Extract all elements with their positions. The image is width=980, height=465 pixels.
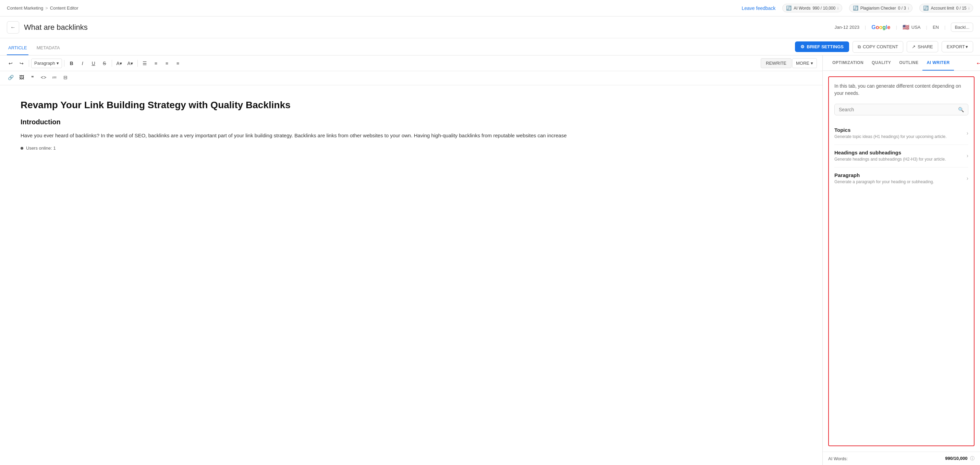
- format-toolbar-row1: ↩ ↪ Paragraph ▾ B I U S A▾ A▾ ☰ ≡ ≡ ≡ RE…: [0, 56, 822, 71]
- tab-outline[interactable]: OUTLINE: [895, 56, 923, 71]
- ai-words-info[interactable]: i: [837, 6, 838, 10]
- article-subheading: Introduction: [21, 118, 802, 126]
- highlight-color-button[interactable]: A▾: [114, 59, 124, 68]
- ai-info-icon[interactable]: ⓘ: [970, 456, 975, 461]
- tab-optimization[interactable]: OPTIMIZATION: [828, 56, 868, 71]
- paragraph-info: Paragraph Generate a paragraph for your …: [834, 172, 967, 185]
- quote-button[interactable]: ❝: [27, 73, 38, 82]
- account-limit-badge: 🔄 Account limit 0 / 15 i: [920, 4, 973, 12]
- editor-pane: ↩ ↪ Paragraph ▾ B I U S A▾ A▾ ☰ ≡ ≡ ≡ RE…: [0, 56, 822, 465]
- tab-article[interactable]: ARTICLE: [7, 38, 29, 55]
- country-meta: 🇺🇸 USA: [902, 24, 921, 30]
- editor-content[interactable]: Revamp Your Link Building Strategy with …: [0, 85, 822, 465]
- chevron-down-icon-more: ▾: [811, 60, 813, 66]
- account-info[interactable]: i: [969, 6, 969, 10]
- breadcrumb: Content Marketing > Content Editor: [7, 5, 78, 11]
- paragraph-style-dropdown[interactable]: Paragraph ▾: [31, 59, 62, 68]
- ai-words-footer: AI Words: 990/10,000 ⓘ: [823, 452, 980, 465]
- top-nav: Content Marketing > Content Editor Leave…: [0, 0, 980, 16]
- plagiarism-value: 0 / 3: [898, 6, 906, 11]
- editor-header-right: Jan-12 2023 | Google | 🇺🇸 USA | EN | Bac…: [835, 22, 973, 32]
- share-icon: ↗: [912, 44, 916, 49]
- chevron-right-icon: ›: [967, 130, 968, 136]
- align-left-button[interactable]: ☰: [140, 59, 150, 68]
- plagiarism-icon: 🔄: [853, 5, 858, 11]
- share-button[interactable]: ↗ SHARE: [907, 41, 938, 52]
- rewrite-button[interactable]: REWRITE: [761, 58, 792, 68]
- topics-title: Topics: [834, 127, 967, 133]
- paragraph-item[interactable]: Paragraph Generate a paragraph for your …: [834, 167, 968, 190]
- topics-description: Generate topic ideas (H1 headings) for y…: [834, 134, 967, 140]
- undo-button[interactable]: ↩: [5, 59, 16, 68]
- tabs-toolbar-row: ARTICLE METADATA ⚙ BRIEF SETTINGS ⧉ COPY…: [0, 38, 980, 56]
- topics-item[interactable]: Topics Generate topic ideas (H1 headings…: [834, 122, 968, 145]
- tab-quality[interactable]: QUALITY: [868, 56, 895, 71]
- numbered-list-button[interactable]: ⊟: [60, 73, 71, 82]
- ai-words-icon: 🔄: [786, 5, 792, 11]
- breadcrumb-home[interactable]: Content Marketing: [7, 5, 43, 11]
- leave-feedback-link[interactable]: Leave feedback: [741, 5, 775, 11]
- ai-words-footer-count: 990/10,000: [945, 456, 967, 461]
- ai-writer-search-input[interactable]: [839, 107, 955, 112]
- document-title: What are backlinks: [24, 23, 88, 32]
- headings-info: Headings and subheadings Generate headin…: [834, 150, 967, 162]
- redo-button[interactable]: ↪: [16, 59, 27, 68]
- justify-button[interactable]: ≡: [173, 59, 183, 68]
- editor-header-left: ← What are backlinks: [7, 21, 88, 33]
- tab-ai-writer[interactable]: AI WRITER: [923, 56, 954, 71]
- bullet-list-button[interactable]: ≔: [49, 73, 60, 82]
- plagiarism-label: Plagiarism Checker: [861, 6, 896, 11]
- tab-metadata[interactable]: METADATA: [35, 38, 61, 55]
- bold-button[interactable]: B: [67, 59, 77, 68]
- ai-words-footer-right: 990/10,000 ⓘ: [945, 455, 975, 462]
- ai-words-badge: 🔄 AI Words 990 / 10,000 i: [782, 4, 842, 12]
- export-button[interactable]: EXPORT ▾: [942, 41, 973, 52]
- toolbar-separator-3: [112, 60, 112, 67]
- headings-title: Headings and subheadings: [834, 150, 967, 156]
- copy-content-button[interactable]: ⧉ COPY CONTENT: [853, 41, 903, 53]
- article-paragraph: Have you ever heard of backlinks? In the…: [21, 132, 802, 140]
- more-button[interactable]: MORE ▾: [792, 58, 817, 68]
- paragraph-description: Generate a paragraph for your heading or…: [834, 179, 967, 185]
- backlinks-button[interactable]: Backl...: [951, 22, 973, 32]
- users-online-indicator: Users online: 1: [21, 146, 802, 151]
- document-date: Jan-12 2023: [835, 25, 859, 30]
- copy-icon: ⧉: [858, 44, 861, 50]
- users-online-label: Users online: 1: [26, 146, 56, 151]
- back-button[interactable]: ←: [7, 21, 19, 33]
- underline-button[interactable]: U: [88, 59, 99, 68]
- gear-icon: ⚙: [800, 44, 805, 49]
- search-icon: 🔍: [958, 107, 964, 112]
- align-center-button[interactable]: ≡: [151, 59, 161, 68]
- right-panel-tabs: OPTIMIZATION QUALITY OUTLINE AI WRITER ←: [823, 56, 980, 71]
- brief-settings-button[interactable]: ⚙ BRIEF SETTINGS: [795, 41, 849, 52]
- chevron-right-icon-3: ›: [967, 175, 968, 181]
- ai-writer-panel: In this tab, you can generate different …: [828, 76, 975, 446]
- plagiarism-info[interactable]: i: [908, 6, 909, 10]
- headings-item[interactable]: Headings and subheadings Generate headin…: [834, 145, 968, 167]
- strikethrough-button[interactable]: S: [99, 59, 110, 68]
- account-value: 0 / 15: [956, 6, 967, 11]
- flag-icon: 🇺🇸: [902, 24, 909, 30]
- right-panel: OPTIMIZATION QUALITY OUTLINE AI WRITER ←…: [822, 56, 980, 465]
- chevron-right-icon-2: ›: [967, 153, 968, 159]
- link-button[interactable]: 🔗: [5, 73, 16, 82]
- topics-info: Topics Generate topic ideas (H1 headings…: [834, 127, 967, 140]
- text-color-button[interactable]: A▾: [125, 59, 135, 68]
- breadcrumb-current: Content Editor: [50, 5, 78, 11]
- country-label: USA: [912, 25, 921, 30]
- align-right-button[interactable]: ≡: [162, 59, 172, 68]
- format-toolbar-row2: 🔗 🖼 ❝ <> ≔ ⊟: [0, 71, 822, 85]
- headings-description: Generate headings and subheadings (H2-H3…: [834, 157, 967, 162]
- toolbar-actions: ⚙ BRIEF SETTINGS ⧉ COPY CONTENT ↗ SHARE …: [795, 41, 973, 53]
- ai-writer-search-box[interactable]: 🔍: [834, 104, 968, 115]
- code-button[interactable]: <>: [38, 73, 49, 82]
- breadcrumb-separator: >: [45, 5, 48, 11]
- image-button[interactable]: 🖼: [16, 73, 27, 82]
- toolbar-separator-2: [64, 60, 64, 67]
- chevron-down-icon: ▾: [57, 60, 59, 66]
- editor-header: ← What are backlinks Jan-12 2023 | Googl…: [0, 16, 980, 38]
- italic-button[interactable]: I: [78, 59, 88, 68]
- ai-words-footer-label: AI Words:: [828, 456, 848, 461]
- chevron-down-icon: ▾: [966, 44, 968, 49]
